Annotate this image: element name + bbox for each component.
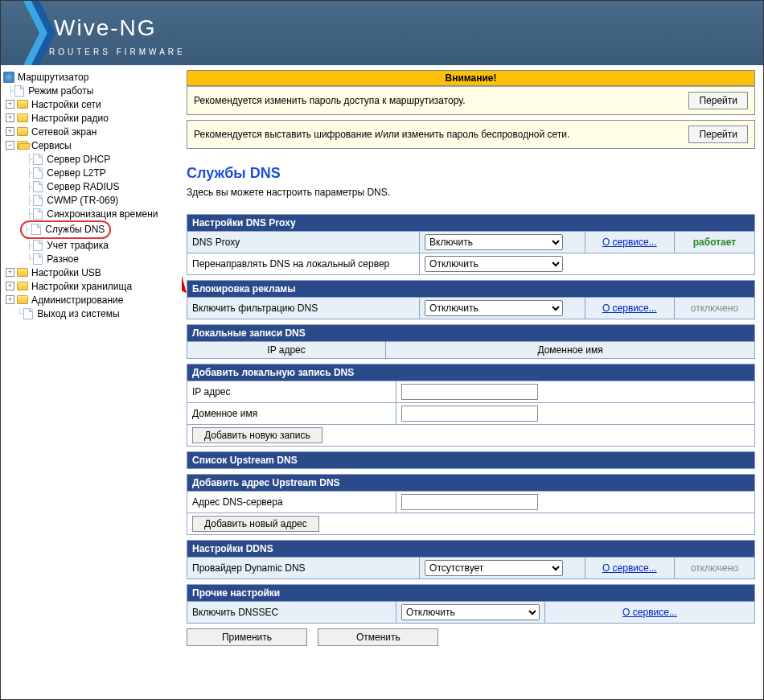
- row-dns-filter: Включить фильтрацию DNS Отключить О серв…: [187, 298, 755, 319]
- logo-text: Wive-NG ROUTERS FIRMWARE: [49, 10, 186, 56]
- field-label: IP адрес: [187, 381, 396, 403]
- dns-redirect-select[interactable]: Отключить: [425, 256, 563, 272]
- row-domain-name: Доменное имя: [187, 403, 755, 425]
- dns-filter-select[interactable]: Отключить: [425, 300, 563, 316]
- section-header: Добавить локальную запись DNS: [187, 364, 755, 381]
- logo-icon: [1, 1, 49, 65]
- expand-icon[interactable]: +: [6, 127, 14, 136]
- collapse-icon[interactable]: −: [6, 141, 14, 150]
- dns-proxy-select[interactable]: Включить: [425, 234, 563, 250]
- section-header: Список Upstream DNS: [187, 452, 755, 469]
- goto-password-button[interactable]: Перейти: [688, 92, 748, 109]
- row-dns-proxy: DNS Proxy Включить О сервисе... работает: [187, 232, 755, 253]
- row-ip-address: IP адрес: [187, 381, 755, 403]
- field-label: Провайдер Dynamic DNS: [187, 558, 420, 579]
- page-title: Службы DNS: [187, 165, 755, 182]
- section-header: Настройки DNS Proxy: [187, 215, 755, 232]
- section-header: Локальные записи DNS: [187, 325, 755, 342]
- tree-radio[interactable]: +Настройки радио: [2, 111, 180, 125]
- row-dns-server: Адрес DNS-сервера: [187, 492, 755, 513]
- col-domain: Доменное имя: [386, 342, 755, 359]
- section-adblock: Блокировка рекламы Включить фильтрацию D…: [187, 280, 755, 319]
- app-header: Wive-NG ROUTERS FIRMWARE: [1, 1, 763, 65]
- status-badge: отключено: [691, 562, 738, 574]
- tree-svc-time[interactable]: ├Синхронизация времени: [2, 207, 180, 220]
- notice-title: Внимание!: [187, 71, 754, 86]
- tree-svc-traffic[interactable]: ├Учет трафика: [2, 238, 180, 252]
- field-label: Включить фильтрацию DNS: [187, 298, 420, 319]
- tree-firewall[interactable]: +Сетевой экран: [2, 125, 180, 138]
- section-ddns: Настройки DDNS Провайдер Dynamic DNS Отс…: [187, 540, 755, 579]
- status-badge: работает: [693, 237, 736, 248]
- dns-server-input[interactable]: [401, 494, 538, 510]
- tree-admin[interactable]: +Администрирование: [2, 293, 180, 307]
- expand-icon[interactable]: +: [6, 268, 14, 277]
- ip-address-input[interactable]: [401, 384, 538, 400]
- section-local-records: Локальные записи DNS IP адрес Доменное и…: [187, 324, 755, 359]
- notice-msg: Рекомендуется изменить пароль доступа к …: [194, 95, 688, 106]
- section-header: Прочие настройки: [187, 585, 755, 602]
- tree-services[interactable]: −Сервисы: [2, 138, 180, 152]
- about-link[interactable]: О сервисе...: [602, 303, 657, 314]
- expand-icon[interactable]: +: [6, 295, 14, 304]
- main-content: Внимание! Рекомендуется изменить пароль …: [182, 65, 763, 699]
- tree-mode[interactable]: ├Режим работы: [2, 84, 180, 97]
- section-upstream-list: Список Upstream DNS: [187, 451, 755, 469]
- logo-main: Wive-NG: [49, 10, 186, 49]
- section-add-local-record: Добавить локальную запись DNS IP адрес Д…: [187, 364, 755, 447]
- tree-logout[interactable]: └Выход из системы: [2, 307, 180, 320]
- expand-icon[interactable]: +: [6, 282, 14, 290]
- section-other: Прочие настройки Включить DNSSEC Отключи…: [187, 584, 755, 624]
- dnssec-select[interactable]: Отключить: [401, 604, 540, 620]
- tree-svc-dns[interactable]: ├Службы DNS: [2, 220, 180, 238]
- col-ip: IP адрес: [187, 342, 386, 359]
- about-link[interactable]: О сервисе...: [602, 562, 657, 574]
- tree-root[interactable]: Маршрутизатор: [2, 70, 180, 84]
- nav-tree: Маршрутизатор ├Режим работы +Настройки с…: [1, 65, 182, 699]
- about-link[interactable]: О сервисе...: [622, 607, 677, 618]
- goto-wifi-button[interactable]: Перейти: [688, 126, 748, 143]
- field-label: Адрес DNS-сервера: [187, 492, 396, 513]
- notice-panel-2: Рекомендуется выставить шифрование и/или…: [187, 120, 755, 149]
- row-dns-redirect: Перенаправлять DNS на локальный сервер О…: [187, 253, 755, 275]
- add-upstream-button[interactable]: Добавить новый адрес: [192, 516, 319, 532]
- page-desc: Здесь вы можете настроить параметры DNS.: [187, 187, 755, 198]
- expand-icon[interactable]: +: [6, 113, 14, 122]
- section-add-upstream: Добавить адрес Upstream DNS Адрес DNS-се…: [187, 474, 755, 535]
- ddns-provider-select[interactable]: Отсутствует: [425, 560, 563, 576]
- notice-panel: Внимание! Рекомендуется изменить пароль …: [187, 70, 755, 115]
- notice-row-password: Рекомендуется изменить пароль доступа к …: [187, 86, 754, 114]
- field-label: Перенаправлять DNS на локальный сервер: [187, 253, 420, 275]
- expand-icon[interactable]: +: [6, 100, 14, 109]
- add-record-button[interactable]: Добавить новую запись: [192, 427, 322, 443]
- field-label: DNS Proxy: [187, 232, 420, 253]
- field-label: Включить DNSSEC: [187, 602, 396, 624]
- tree-svc-cwmp[interactable]: ├CWMP (TR-069): [2, 193, 180, 207]
- section-header: Добавить адрес Upstream DNS: [187, 475, 755, 492]
- row-ddns-provider: Провайдер Dynamic DNS Отсутствует О серв…: [187, 558, 755, 579]
- tree-svc-misc[interactable]: └Разное: [2, 252, 180, 266]
- apply-button[interactable]: Применить: [187, 628, 307, 646]
- section-dns-proxy: Настройки DNS Proxy DNS Proxy Включить О…: [187, 214, 755, 275]
- tree-storage[interactable]: +Настройки хранилища: [2, 279, 180, 293]
- domain-name-input[interactable]: [401, 406, 538, 422]
- row-dnssec: Включить DNSSEC Отключить О сервисе...: [187, 602, 755, 624]
- tree-svc-dhcp[interactable]: ├Сервер DHCP: [2, 152, 180, 166]
- about-link[interactable]: О сервисе...: [602, 237, 657, 248]
- section-header: Блокировка рекламы: [187, 281, 755, 298]
- status-badge: отключено: [691, 303, 738, 314]
- tree-svc-radius[interactable]: ├Сервер RADIUS: [2, 179, 180, 193]
- notice-row-wifi: Рекомендуется выставить шифрование и/или…: [187, 121, 754, 148]
- tree-svc-l2tp[interactable]: ├Сервер L2TP: [2, 166, 180, 179]
- notice-msg: Рекомендуется выставить шифрование и/или…: [194, 129, 688, 140]
- action-buttons: Применить Отменить: [187, 628, 755, 646]
- cancel-button[interactable]: Отменить: [318, 628, 438, 646]
- tree-net[interactable]: +Настройки сети: [2, 97, 180, 111]
- field-label: Доменное имя: [187, 403, 396, 425]
- tree-usb[interactable]: +Настройки USB: [2, 266, 180, 279]
- section-header: Настройки DDNS: [187, 541, 755, 558]
- table-header-row: IP адрес Доменное имя: [187, 342, 755, 359]
